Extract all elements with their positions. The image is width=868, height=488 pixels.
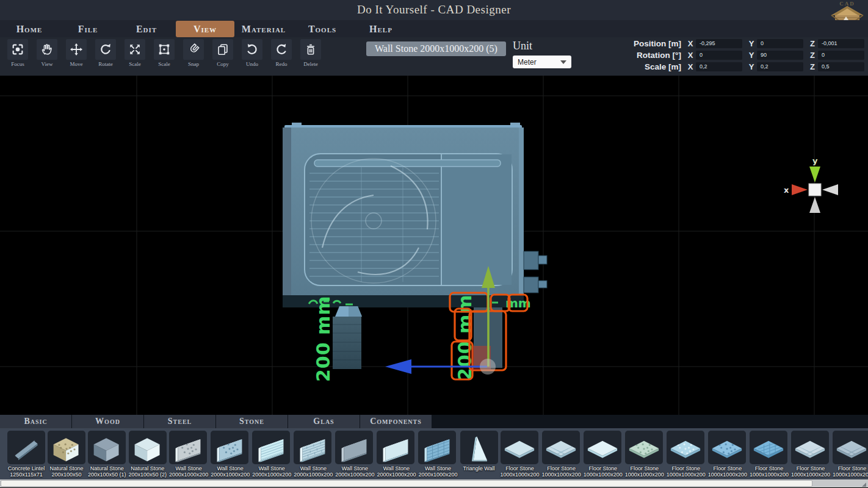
viewport-3d[interactable]: 200 mm 200 mm mm [0,76,868,415]
scale-icon [125,39,145,60]
material-thumbnail-icon [254,432,288,464]
toolbar-delete-button[interactable]: Delete [297,39,325,67]
material-item-floor-stone[interactable]: Floor Stone1000x1000x200 [584,431,623,479]
unit-group: Unit Meter [513,40,571,68]
rotation-x-field[interactable] [696,51,742,60]
gizmo-x-label: x [784,185,789,195]
menu-item-material[interactable]: Material [234,21,293,37]
material-label: Floor Stone1000x1000x200 [625,465,664,478]
material-thumbnail-icon [337,432,371,464]
material-item-floor-stone[interactable]: Floor Stone1000x1000x200 [542,431,581,479]
toolbar-button-label: Scale [121,61,149,67]
scale-y-field[interactable] [757,62,803,71]
position-label: Position [m] [625,39,681,48]
toolbar-view-button[interactable]: View [33,39,61,67]
toolbar-copy-button[interactable]: Copy [209,39,237,67]
material-item-natural-stone[interactable]: Natural Stone200x100x50 [48,431,85,479]
rotation-y-field[interactable] [757,51,803,60]
material-item-wall-stone[interactable]: Wall Stone2000x1000x200 [335,431,374,479]
material-item-floor-stone[interactable]: Floor Stone1000x1000x200 [750,431,789,479]
material-item-concrete-lintel[interactable]: Concrete Lintel1250x115x71 [7,431,45,479]
material-item-triangle-wall[interactable]: Triangle Wall [460,431,498,479]
material-thumbnail-icon [544,432,578,464]
tab-glas[interactable]: Glas [288,415,360,428]
menu-item-edit[interactable]: Edit [117,21,176,37]
material-item-wall-stone[interactable]: Wall Stone2000x1000x200 [169,431,208,479]
menu-item-file[interactable]: File [59,21,117,37]
toolbar-undo-button[interactable]: Undo [238,39,266,67]
unit-select[interactable]: Meter [513,56,571,68]
position-y-field[interactable] [757,39,803,48]
orientation-gizmo[interactable]: y x [784,156,838,213]
tab-stone[interactable]: Stone [216,415,288,428]
material-thumbnail-icon [131,432,165,464]
material-item-floor-stone[interactable]: Floor Stone1000x1000x200 [708,431,747,479]
material-item-floor-stone[interactable]: Floor Stone1000x1000x200 [501,431,540,479]
tab-wood[interactable]: Wood [72,415,143,428]
material-item-wall-stone[interactable]: Wall Stone2000x1000x200 [418,431,457,479]
toolbar-rotate-button[interactable]: Rotate [92,39,120,67]
scale2-icon [154,39,175,60]
material-thumbnail-icon [502,432,537,464]
dimension-left: 200 mm [313,295,334,382]
tab-steel[interactable]: Steel [144,415,215,428]
toolbar-scale-button[interactable]: Scale [121,39,149,67]
material-label: Wall Stone2000x1000x200 [418,465,457,478]
rotation-z-field[interactable] [818,51,864,60]
material-thumbnail-icon [710,432,744,464]
move-icon [66,39,87,60]
tab-basic[interactable]: Basic [0,415,71,428]
window-title: Do It Yourself - CAD Designer [0,3,868,16]
gizmo-right-cone [822,184,838,195]
material-label: Natural Stone200x100x50 [48,465,85,478]
gizmo-center-cube [809,184,821,196]
toolbar-button-label: Snap [179,61,208,67]
tab-components[interactable]: Components [360,415,432,428]
axis-label-x: X [685,62,696,71]
material-item-natural-stone[interactable]: Natural Stone200x100x50 (2) [129,431,167,479]
scale-label: Scale [m] [625,62,681,71]
toolbar-focus-button[interactable]: Focus [4,39,32,67]
position-x-field[interactable] [696,39,742,48]
scale-x-field[interactable] [696,62,742,71]
horizontal-scrollbar[interactable] [0,479,868,487]
material-item-floor-stone[interactable]: Floor Stone1000x1000x200 [833,431,868,479]
toolbar-redo-button[interactable]: Redo [267,39,295,67]
material-thumbnail-icon [462,432,496,464]
ac-unit-model[interactable] [283,123,547,307]
menu-item-home[interactable]: Home [0,21,59,37]
material-thumbnail-icon [171,432,205,464]
menu-item-help[interactable]: Help [352,21,410,37]
material-item-floor-stone[interactable]: Floor Stone1000x1000x200 [625,431,664,479]
chevron-down-icon [560,60,566,64]
material-item-wall-stone[interactable]: Wall Stone2000x1000x200 [252,431,291,479]
material-item-wall-stone[interactable]: Wall Stone2000x1000x200 [294,431,333,479]
gizmo-down-cone [809,197,820,213]
material-palette: Concrete Lintel1250x115x71 Natural Stone… [0,428,868,479]
material-item-floor-stone[interactable]: Floor Stone1000x1000x200 [667,431,706,479]
material-label: Floor Stone1000x1000x200 [501,465,540,478]
menu-item-view[interactable]: View [176,21,234,37]
app-window: Do It Yourself - CAD Designer CAD HomeFi… [0,0,868,488]
toolbar-move-button[interactable]: Move [62,39,90,67]
scrollbar-thumb[interactable] [1,480,812,487]
material-label: Natural Stone200x100x50 (1) [88,465,126,478]
scene-canvas[interactable]: 200 mm 200 mm mm [0,76,868,415]
scale-z-field[interactable] [818,62,864,71]
toolbar-button-label: Rotate [92,61,120,67]
position-z-field[interactable] [818,39,864,48]
toolbar-snap-button[interactable]: Snap [179,39,208,67]
material-thumbnail-icon [90,432,124,464]
toolbar-buttons: Focus View Move Rotate Scale Scale Snap … [4,39,325,67]
material-thumbnail-icon [793,432,827,464]
material-item-wall-stone[interactable]: Wall Stone2000x1000x200 [211,431,250,479]
material-item-natural-stone[interactable]: Natural Stone200x100x50 (1) [88,431,126,479]
axis-label-y: Y [746,51,757,60]
material-item-wall-stone[interactable]: Wall Stone2000x1000x200 [377,431,416,479]
material-item-floor-stone[interactable]: Floor Stone1000x1000x200 [791,431,830,479]
material-label: Floor Stone1000x1000x200 [667,465,706,478]
menu-item-tools[interactable]: Tools [293,21,352,37]
material-thumbnail-icon [9,432,43,464]
toolbar-scale2-button[interactable]: Scale [150,39,178,67]
toolbar-button-label: Delete [297,61,325,67]
